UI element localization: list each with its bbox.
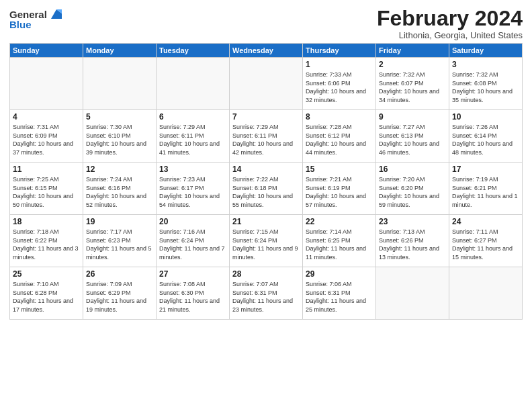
table-row (449, 267, 523, 320)
table-row: 6Sunrise: 7:29 AMSunset: 6:11 PMDaylight… (157, 110, 230, 163)
day-number: 1 (306, 60, 373, 69)
table-row: 11Sunrise: 7:25 AMSunset: 6:15 PMDayligh… (10, 163, 83, 215)
day-number: 21 (232, 217, 300, 226)
day-info: Sunrise: 7:25 AMSunset: 6:15 PMDaylight:… (13, 175, 80, 209)
table-row: 26Sunrise: 7:09 AMSunset: 6:29 PMDayligh… (83, 267, 157, 320)
day-info: Sunrise: 7:16 AMSunset: 6:24 PMDaylight:… (159, 228, 226, 261)
day-number: 8 (306, 112, 373, 122)
calendar-week-row: 1Sunrise: 7:33 AMSunset: 6:06 PMDaylight… (10, 58, 523, 110)
day-number: 4 (13, 112, 80, 122)
day-number: 12 (86, 165, 153, 174)
day-info: Sunrise: 7:06 AMSunset: 6:31 PMDaylight:… (306, 280, 373, 314)
table-row: 7Sunrise: 7:29 AMSunset: 6:11 PMDaylight… (230, 110, 303, 163)
day-info: Sunrise: 7:24 AMSunset: 6:16 PMDaylight:… (86, 175, 153, 209)
day-number: 28 (232, 269, 300, 279)
day-info: Sunrise: 7:14 AMSunset: 6:25 PMDaylight:… (306, 228, 373, 261)
day-info: Sunrise: 7:32 AMSunset: 6:08 PMDaylight:… (452, 71, 519, 104)
table-row: 4Sunrise: 7:31 AMSunset: 6:09 PMDaylight… (10, 110, 83, 163)
day-number: 29 (306, 269, 373, 279)
table-row: 18Sunrise: 7:18 AMSunset: 6:22 PMDayligh… (10, 215, 83, 267)
logo-blue: Blue (9, 19, 32, 30)
table-row: 13Sunrise: 7:23 AMSunset: 6:17 PMDayligh… (157, 163, 230, 215)
table-row (157, 58, 230, 110)
calendar-week-row: 18Sunrise: 7:18 AMSunset: 6:22 PMDayligh… (10, 215, 523, 267)
table-row: 23Sunrise: 7:13 AMSunset: 6:26 PMDayligh… (376, 215, 449, 267)
day-info: Sunrise: 7:29 AMSunset: 6:11 PMDaylight:… (232, 123, 300, 156)
day-number: 6 (159, 112, 226, 122)
calendar-week-row: 4Sunrise: 7:31 AMSunset: 6:09 PMDaylight… (10, 110, 523, 163)
day-info: Sunrise: 7:07 AMSunset: 6:31 PMDaylight:… (232, 280, 300, 314)
day-number: 7 (232, 112, 300, 122)
page-container: General Blue February 2024 Lithonia, Geo… (0, 0, 532, 324)
day-info: Sunrise: 7:17 AMSunset: 6:23 PMDaylight:… (86, 228, 153, 261)
header: General Blue February 2024 Lithonia, Geo… (9, 7, 523, 40)
header-wednesday: Wednesday (230, 44, 303, 58)
day-info: Sunrise: 7:29 AMSunset: 6:11 PMDaylight:… (159, 123, 226, 156)
day-info: Sunrise: 7:10 AMSunset: 6:28 PMDaylight:… (13, 280, 80, 314)
table-row: 12Sunrise: 7:24 AMSunset: 6:16 PMDayligh… (83, 163, 157, 215)
table-row (10, 58, 83, 110)
table-row: 15Sunrise: 7:21 AMSunset: 6:19 PMDayligh… (303, 163, 376, 215)
table-row: 5Sunrise: 7:30 AMSunset: 6:10 PMDaylight… (83, 110, 157, 163)
logo-icon (48, 7, 63, 21)
day-info: Sunrise: 7:32 AMSunset: 6:07 PMDaylight:… (379, 71, 446, 104)
table-row: 9Sunrise: 7:27 AMSunset: 6:13 PMDaylight… (376, 110, 449, 163)
day-number: 11 (13, 165, 80, 174)
header-friday: Friday (376, 44, 449, 58)
day-info: Sunrise: 7:31 AMSunset: 6:09 PMDaylight:… (13, 123, 80, 156)
day-number: 10 (452, 112, 519, 122)
day-number: 13 (159, 165, 226, 174)
calendar-week-row: 11Sunrise: 7:25 AMSunset: 6:15 PMDayligh… (10, 163, 523, 215)
table-row: 1Sunrise: 7:33 AMSunset: 6:06 PMDaylight… (303, 58, 376, 110)
day-number: 2 (379, 60, 446, 69)
day-number: 14 (232, 165, 300, 174)
day-info: Sunrise: 7:26 AMSunset: 6:14 PMDaylight:… (452, 123, 519, 156)
day-number: 15 (306, 165, 373, 174)
day-info: Sunrise: 7:28 AMSunset: 6:12 PMDaylight:… (306, 123, 373, 156)
table-row: 22Sunrise: 7:14 AMSunset: 6:25 PMDayligh… (303, 215, 376, 267)
table-row: 25Sunrise: 7:10 AMSunset: 6:28 PMDayligh… (10, 267, 83, 320)
day-number: 18 (13, 217, 80, 226)
day-info: Sunrise: 7:23 AMSunset: 6:17 PMDaylight:… (159, 175, 226, 209)
day-number: 5 (86, 112, 153, 122)
location-subtitle: Lithonia, Georgia, United States (377, 30, 523, 40)
day-info: Sunrise: 7:18 AMSunset: 6:22 PMDaylight:… (13, 228, 80, 261)
table-row: 8Sunrise: 7:28 AMSunset: 6:12 PMDaylight… (303, 110, 376, 163)
day-number: 9 (379, 112, 446, 122)
day-info: Sunrise: 7:13 AMSunset: 6:26 PMDaylight:… (379, 228, 446, 261)
day-info: Sunrise: 7:09 AMSunset: 6:29 PMDaylight:… (86, 280, 153, 314)
day-info: Sunrise: 7:30 AMSunset: 6:10 PMDaylight:… (86, 123, 153, 156)
table-row: 24Sunrise: 7:11 AMSunset: 6:27 PMDayligh… (449, 215, 523, 267)
day-info: Sunrise: 7:11 AMSunset: 6:27 PMDaylight:… (452, 228, 519, 261)
day-number: 23 (379, 217, 446, 226)
day-info: Sunrise: 7:22 AMSunset: 6:18 PMDaylight:… (232, 175, 300, 209)
month-title: February 2024 (377, 7, 523, 30)
table-row: 14Sunrise: 7:22 AMSunset: 6:18 PMDayligh… (230, 163, 303, 215)
day-number: 20 (159, 217, 226, 226)
table-row: 27Sunrise: 7:08 AMSunset: 6:30 PMDayligh… (157, 267, 230, 320)
day-info: Sunrise: 7:33 AMSunset: 6:06 PMDaylight:… (306, 71, 373, 104)
day-info: Sunrise: 7:21 AMSunset: 6:19 PMDaylight:… (306, 175, 373, 209)
day-info: Sunrise: 7:15 AMSunset: 6:24 PMDaylight:… (232, 228, 300, 261)
day-number: 17 (452, 165, 519, 174)
table-row (83, 58, 157, 110)
table-row: 29Sunrise: 7:06 AMSunset: 6:31 PMDayligh… (303, 267, 376, 320)
header-saturday: Saturday (449, 44, 523, 58)
calendar-table: Sunday Monday Tuesday Wednesday Thursday… (9, 43, 523, 320)
day-info: Sunrise: 7:19 AMSunset: 6:21 PMDaylight:… (452, 175, 519, 209)
table-row: 10Sunrise: 7:26 AMSunset: 6:14 PMDayligh… (449, 110, 523, 163)
weekday-header-row: Sunday Monday Tuesday Wednesday Thursday… (10, 44, 523, 58)
header-monday: Monday (83, 44, 157, 58)
header-tuesday: Tuesday (157, 44, 230, 58)
table-row (230, 58, 303, 110)
table-row: 2Sunrise: 7:32 AMSunset: 6:07 PMDaylight… (376, 58, 449, 110)
day-info: Sunrise: 7:20 AMSunset: 6:20 PMDaylight:… (379, 175, 446, 209)
header-sunday: Sunday (10, 44, 83, 58)
logo: General Blue (9, 7, 63, 30)
logo-general: General (9, 9, 47, 20)
table-row: 3Sunrise: 7:32 AMSunset: 6:08 PMDaylight… (449, 58, 523, 110)
table-row: 16Sunrise: 7:20 AMSunset: 6:20 PMDayligh… (376, 163, 449, 215)
day-number: 3 (452, 60, 519, 69)
day-number: 26 (86, 269, 153, 279)
day-number: 25 (13, 269, 80, 279)
